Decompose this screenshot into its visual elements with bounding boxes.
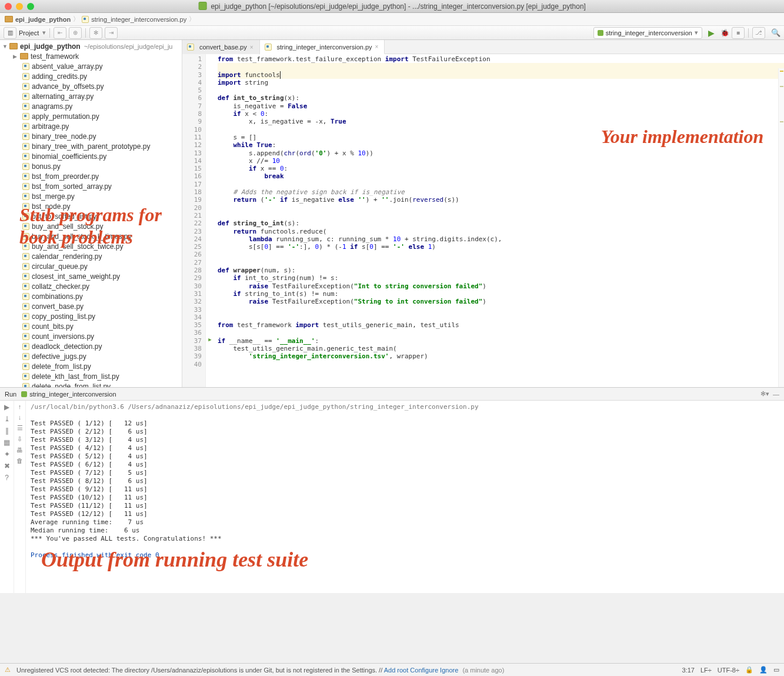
- tree-file[interactable]: count_inversions.py: [0, 331, 182, 341]
- tree-file[interactable]: calendar_rendering.py: [0, 251, 182, 261]
- code-editor[interactable]: 1234567891011121314151617181920212223242…: [182, 54, 784, 387]
- tree-file[interactable]: delete_from_list.py: [0, 361, 182, 371]
- console-toolbar-left2: ↑ ↓ ☰ ⇩ 🖶 🗑: [14, 401, 26, 593]
- dropdown-arrow-icon[interactable]: ▾: [42, 29, 46, 36]
- tree-file[interactable]: bonus.py: [0, 161, 182, 171]
- close-window-button[interactable]: [5, 3, 12, 10]
- tree-file[interactable]: closest_int_same_weight.py: [0, 271, 182, 281]
- tree-file[interactable]: advance_by_offsets.py: [0, 81, 182, 91]
- add-root-link[interactable]: Add root: [384, 667, 409, 674]
- trash-icon[interactable]: 🗑: [16, 457, 23, 464]
- tree-folder[interactable]: ▶test_framework: [0, 51, 182, 61]
- rerun-icon[interactable]: ▶: [4, 403, 9, 411]
- console-output[interactable]: /usr/local/bin/python3.6 /Users/adnanazi…: [26, 401, 784, 593]
- tree-file[interactable]: buy_and_sell_stock_k_times.py: [0, 231, 182, 241]
- close-tab-icon[interactable]: ×: [375, 44, 379, 50]
- run-button[interactable]: ▶: [708, 28, 715, 38]
- collapse-button[interactable]: ⇤: [54, 27, 66, 39]
- tree-file[interactable]: arbitrage.py: [0, 121, 182, 131]
- debug-button[interactable]: 🐞: [720, 29, 729, 37]
- inspector-icon[interactable]: 👤: [759, 666, 768, 674]
- python-file-icon: [22, 283, 29, 290]
- python-file-icon: [187, 44, 194, 51]
- main-toolbar: ▥ Project ▾ ⇤ ⊕ ✻ ⇥ string_integer_inter…: [0, 26, 784, 40]
- tree-file[interactable]: adding_credits.py: [0, 71, 182, 81]
- python-file-icon: [22, 233, 29, 240]
- tree-file[interactable]: buy_and_sell_stock_twice.py: [0, 241, 182, 251]
- project-tree[interactable]: ▼epi_judge_python~/episolutions/epi_judg…: [0, 40, 182, 387]
- project-label[interactable]: Project: [19, 29, 39, 36]
- tree-file[interactable]: bst_from_sorted_array.py: [0, 181, 182, 191]
- breadcrumb-file[interactable]: string_integer_interconversion.py: [91, 16, 186, 23]
- tree-file[interactable]: binary_tree_with_parent_prototype.py: [0, 141, 182, 151]
- tree-file[interactable]: alternating_array.py: [0, 91, 182, 101]
- tree-file[interactable]: absent_value_array.py: [0, 61, 182, 71]
- tree-file[interactable]: defective_jugs.py: [0, 351, 182, 361]
- tree-file[interactable]: delete_node_from_list.py: [0, 381, 182, 387]
- help-icon[interactable]: ?: [5, 474, 9, 482]
- tree-file[interactable]: collatz_checker.py: [0, 281, 182, 291]
- run-config-selector[interactable]: string_integer_interconversion ▾: [593, 27, 702, 39]
- tree-file[interactable]: copy_posting_list.py: [0, 311, 182, 321]
- pin-icon[interactable]: ✦: [4, 450, 10, 458]
- minimize-window-button[interactable]: [16, 3, 23, 10]
- project-view-button[interactable]: ▥: [4, 27, 16, 39]
- configure-link[interactable]: Configure: [410, 667, 438, 674]
- tree-file[interactable]: binomial_coefficients.py: [0, 151, 182, 161]
- hide-button[interactable]: ⇥: [105, 27, 118, 39]
- tree-file[interactable]: deadlock_detection.py: [0, 341, 182, 351]
- encoding[interactable]: UTF-8÷: [718, 667, 739, 674]
- breakpoint-gutter[interactable]: ▶: [206, 54, 214, 387]
- ignore-link[interactable]: Ignore: [440, 667, 458, 674]
- pause-icon[interactable]: ‖: [5, 427, 9, 435]
- close-tab-icon[interactable]: ×: [250, 44, 253, 51]
- stop-button[interactable]: ■: [732, 27, 745, 39]
- hide-console-icon[interactable]: —: [773, 391, 779, 398]
- tree-file[interactable]: bst_merge.py: [0, 191, 182, 201]
- code-content[interactable]: from test_framework.test_failure_excepti…: [214, 54, 784, 387]
- tree-file[interactable]: binary_tree_node.py: [0, 131, 182, 141]
- tab-string-integer[interactable]: string_integer_interconversion.py ×: [260, 40, 385, 54]
- search-icon[interactable]: 🔍: [771, 28, 780, 37]
- stop-icon[interactable]: ✖: [4, 462, 10, 470]
- tree-file[interactable]: apply_permutation.py: [0, 111, 182, 121]
- window-controls: [5, 3, 34, 10]
- gear-button[interactable]: ✻: [89, 27, 102, 39]
- tree-file[interactable]: buy_and_sell_stock.py: [0, 221, 182, 231]
- print-icon[interactable]: 🖶: [16, 447, 23, 454]
- tree-file[interactable]: count_bits.py: [0, 321, 182, 331]
- breadcrumb-project[interactable]: epi_judge_python: [15, 16, 71, 23]
- tab-convert-base[interactable]: convert_base.py ×: [182, 40, 260, 54]
- tree-file[interactable]: bst_from_preorder.py: [0, 171, 182, 181]
- tree-root[interactable]: ▼epi_judge_python~/episolutions/epi_judg…: [0, 41, 182, 51]
- tree-file[interactable]: bst_to_sorted_list.py: [0, 211, 182, 221]
- maximize-window-button[interactable]: [27, 3, 34, 10]
- tree-file[interactable]: anagrams.py: [0, 101, 182, 111]
- python-file-icon: [22, 253, 29, 260]
- breadcrumb-bar: epi_judge_python 〉 string_integer_interc…: [0, 13, 784, 26]
- separator: [748, 28, 749, 38]
- python-file-icon: [22, 343, 29, 350]
- scroll-icon[interactable]: ⇩: [17, 435, 22, 443]
- lock-icon[interactable]: 🔒: [745, 666, 753, 674]
- gear-icon[interactable]: ✻▾: [760, 390, 769, 398]
- tree-file[interactable]: delete_kth_last_from_list.py: [0, 371, 182, 381]
- down-icon[interactable]: ↓: [18, 414, 22, 421]
- target-button[interactable]: ⊕: [69, 27, 82, 39]
- tree-file[interactable]: bst_node.py: [0, 201, 182, 211]
- caret-position[interactable]: 3:17: [682, 667, 694, 674]
- editor-minimap[interactable]: [778, 68, 784, 387]
- tree-file[interactable]: circular_queue.py: [0, 261, 182, 271]
- line-gutter[interactable]: 1234567891011121314151617181920212223242…: [182, 54, 206, 387]
- tree-file[interactable]: combinations.py: [0, 291, 182, 301]
- layout-icon[interactable]: ▦: [4, 438, 10, 447]
- wrap-icon[interactable]: ☰: [17, 424, 23, 432]
- vcs-button[interactable]: ⎇: [752, 27, 765, 39]
- python-file-icon: [22, 73, 29, 80]
- console-tab[interactable]: string_integer_interconversion: [29, 391, 116, 398]
- up-icon[interactable]: ↑: [18, 403, 22, 410]
- run-down-icon[interactable]: ⤓: [4, 415, 10, 423]
- tree-file[interactable]: convert_base.py: [0, 301, 182, 311]
- memory-indicator[interactable]: ▭: [773, 666, 779, 674]
- line-separator[interactable]: LF÷: [700, 667, 712, 674]
